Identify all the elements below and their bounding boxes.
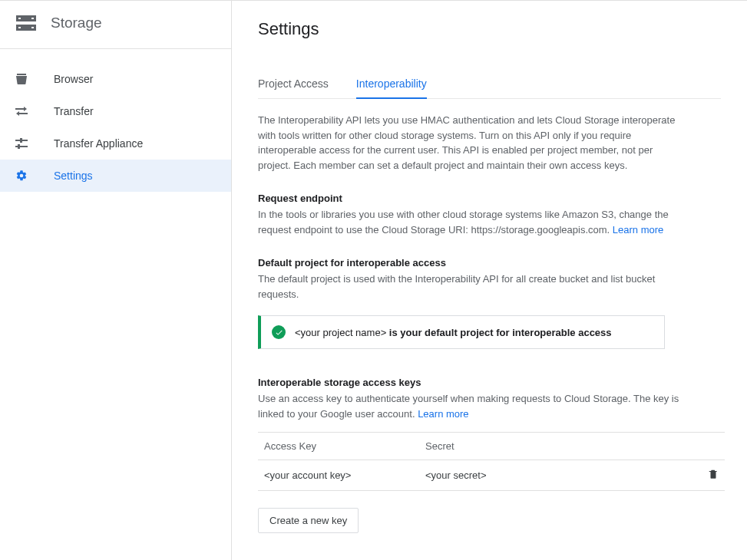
svg-rect-3 bbox=[18, 27, 21, 28]
learn-more-link[interactable]: Learn more bbox=[418, 408, 468, 420]
sidebar-item-label: Transfer bbox=[54, 105, 94, 117]
default-project-name: <your project name> bbox=[295, 327, 389, 338]
sidebar-item-label: Settings bbox=[54, 170, 93, 182]
request-endpoint-heading: Request endpoint bbox=[258, 193, 721, 204]
sidebar-item-transfer-appliance[interactable]: Transfer Appliance bbox=[0, 127, 231, 160]
column-access-key: Access Key bbox=[264, 440, 425, 452]
sidebar-nav: Browser Transfer Transfer Appliance Sett… bbox=[0, 49, 231, 192]
sidebar-header: Storage bbox=[0, 1, 231, 49]
table-row: <your account key> <your secret> bbox=[258, 460, 725, 490]
intro-text: The Interoperability API lets you use HM… bbox=[258, 113, 688, 173]
sidebar-item-browser[interactable]: Browser bbox=[0, 63, 231, 95]
bucket-icon bbox=[15, 74, 37, 84]
svg-rect-5 bbox=[31, 27, 34, 28]
default-project-body: The default project is used with the Int… bbox=[258, 272, 688, 301]
learn-more-link[interactable]: Learn more bbox=[613, 224, 663, 236]
create-key-button[interactable]: Create a new key bbox=[258, 508, 359, 533]
table-header: Access Key Secret bbox=[258, 433, 725, 460]
request-endpoint-text: In the tools or libraries you use with o… bbox=[258, 209, 669, 236]
access-keys-heading: Interoperable storage access keys bbox=[258, 377, 721, 388]
sidebar-item-settings[interactable]: Settings bbox=[0, 160, 231, 192]
cell-secret: <your secret> bbox=[425, 469, 696, 481]
access-keys-body: Use an access key to authenticate yourse… bbox=[258, 391, 688, 421]
gear-icon bbox=[15, 170, 37, 182]
default-project-info-text: <your project name> is your default proj… bbox=[295, 327, 612, 338]
sidebar-item-label: Transfer Appliance bbox=[54, 137, 143, 150]
storage-icon bbox=[15, 15, 37, 31]
default-project-heading: Default project for interoperable access bbox=[258, 257, 721, 268]
sliders-icon bbox=[15, 138, 37, 149]
tab-project-access[interactable]: Project Access bbox=[258, 70, 329, 99]
access-keys-table: Access Key Secret <your account key> <yo… bbox=[258, 432, 725, 491]
tabs: Project Access Interoperability bbox=[258, 70, 721, 99]
column-secret: Secret bbox=[425, 440, 696, 452]
sidebar-title: Storage bbox=[51, 15, 102, 31]
svg-rect-2 bbox=[18, 18, 21, 19]
cell-access-key: <your account key> bbox=[264, 469, 425, 481]
request-endpoint-body: In the tools or libraries you use with o… bbox=[258, 207, 688, 237]
transfer-icon bbox=[15, 106, 37, 117]
main-content: Settings Project Access Interoperability… bbox=[232, 1, 747, 560]
page-title: Settings bbox=[258, 19, 721, 39]
sidebar-item-label: Browser bbox=[54, 73, 93, 85]
sidebar-item-transfer[interactable]: Transfer bbox=[0, 95, 231, 127]
delete-icon[interactable] bbox=[708, 471, 719, 483]
tab-interoperability[interactable]: Interoperability bbox=[356, 70, 427, 99]
default-project-info: <your project name> is your default proj… bbox=[258, 315, 665, 349]
sidebar: Storage Browser Transfer Transfer Applia… bbox=[0, 1, 232, 560]
check-icon bbox=[272, 325, 286, 339]
svg-rect-4 bbox=[31, 18, 34, 19]
default-project-info-bold: is your default project for interoperabl… bbox=[389, 327, 612, 338]
